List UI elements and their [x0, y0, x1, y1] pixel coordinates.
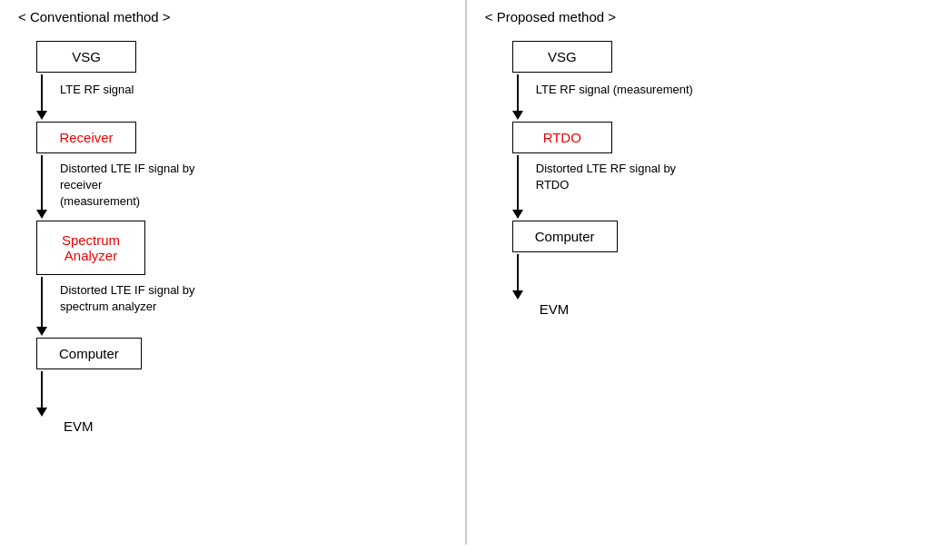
prop-vsg-box: VSG	[512, 41, 612, 73]
conv-distorted-if-label: Distorted LTE IF signal by receiver(meas…	[60, 161, 223, 211]
conv-receiver-box: Receiver	[36, 122, 136, 153]
prop-distorted-rf-label: Distorted LTE RF signal byRTDO	[536, 161, 676, 193]
conv-spectrum-analyzer-box: SpectrumAnalyzer	[36, 221, 145, 275]
conv-arrow-2	[36, 155, 47, 219]
prop-arrow-1	[512, 74, 523, 120]
conventional-flow: VSG LTE RF signal Receiver Distorted L	[36, 41, 223, 434]
conv-vsg-box: VSG	[36, 41, 136, 73]
prop-computer-box: Computer	[512, 221, 618, 252]
proposed-title: < Proposed method >	[485, 9, 616, 25]
conv-arrow-3	[36, 277, 47, 336]
conv-lte-rf-label: LTE RF signal	[60, 82, 134, 98]
prop-rtdo-box: RTDO	[512, 122, 612, 153]
prop-arrow-2	[512, 155, 523, 219]
conventional-section: < Conventional method > VSG LTE RF signa…	[0, 0, 465, 560]
prop-evm-label: EVM	[540, 301, 693, 317]
conv-distorted-if2-label: Distorted LTE IF signal byspectrum analy…	[60, 282, 195, 315]
proposed-section: < Proposed method > VSG LTE RF signal (m…	[467, 0, 932, 560]
prop-lte-rf-meas-label: LTE RF signal (measurement)	[536, 82, 693, 98]
prop-arrow-3	[512, 254, 523, 300]
conv-arrow-1	[36, 74, 47, 120]
conv-computer-box: Computer	[36, 338, 142, 369]
proposed-flow: VSG LTE RF signal (measurement) RTDO D	[512, 41, 693, 317]
conv-arrow-4	[36, 371, 47, 417]
conventional-title: < Conventional method >	[18, 9, 171, 25]
conv-evm-label: EVM	[64, 418, 223, 434]
